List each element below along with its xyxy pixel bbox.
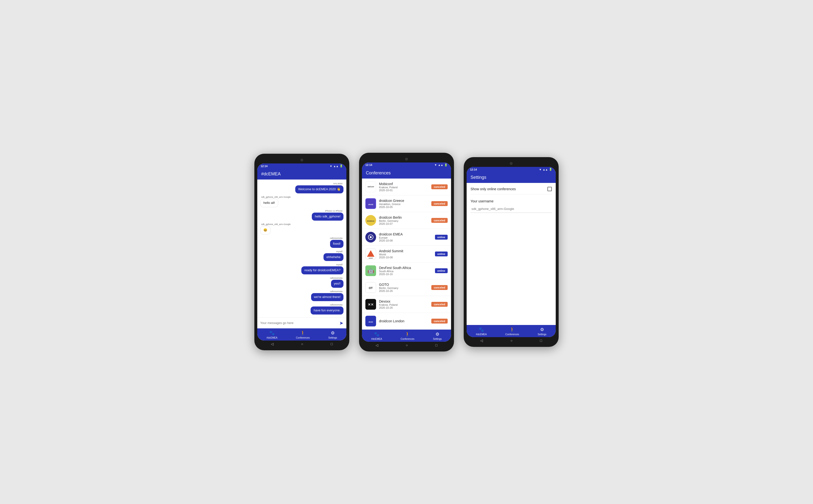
conf-badge-droidcon-london: canceled (431, 319, 448, 324)
svg-text:droid: droid (368, 203, 373, 206)
conf-logo-goto: OT (365, 282, 376, 293)
camera-dot-settings (510, 162, 513, 165)
conf-badge-goto: canceled (431, 285, 448, 290)
msg-sender-9: cafonsomota (329, 290, 343, 293)
conf-info-devoxx: Devoxx Krakow, Poland 2020-10-26 (379, 299, 429, 309)
msg-sender-3: iPhone 11-iPhone (324, 210, 343, 212)
status-bar-settings: 12:14 ▼ ▲▲ 🔋 (467, 167, 556, 172)
nav-conferences-label-settings: Conferences (505, 333, 519, 336)
settings-content: Show only online conferences Your userna… (467, 183, 556, 325)
bottom-nav-chat: 🐾 #dcEMEA 🚶 Conferences ⚙ Settings (257, 328, 346, 341)
conf-item-android-summit[interactable]: summit Android Summit World 2020-10-08 o… (362, 246, 451, 262)
conf-item-droidcon-berlin[interactable]: droidcon droidcon Berlin Berlin, Germany… (362, 212, 451, 229)
nav-dchemea-chat[interactable]: 🐾 #dcEMEA (266, 330, 277, 339)
hw-recents-chat[interactable]: □ (330, 342, 332, 346)
hw-back-settings[interactable]: ◁ (480, 339, 483, 342)
nav-settings-icon-settings: ⚙ (540, 327, 544, 332)
conf-info-goto: GOTO Berlin, Germany 2020-10-26 (379, 283, 429, 292)
msg-bubble-4: 😀 (260, 226, 270, 234)
conf-item-devfest[interactable]: 🤖 DevFest South Africa South Africa 2020… (362, 262, 451, 279)
msg-bubble-3: hello sdk_gphone! (312, 213, 343, 221)
svg-point-6 (370, 236, 372, 238)
nav-conferences-icon-chat: 🚶 (300, 330, 305, 336)
status-icons-conf: ▼ ▲▲ 🔋 (434, 163, 448, 167)
online-only-label: Show only online conferences (471, 187, 516, 191)
msg-group-7: myself ready for droidconEMEA? (260, 263, 343, 274)
conf-item-devoxx[interactable]: ✕✕ Devoxx Krakow, Poland 2020-10-26 canc… (362, 296, 451, 313)
online-only-checkbox[interactable] (548, 187, 552, 191)
conf-info-mobiconf: Mobiconf Krakow, Poland 2020-10-01 (379, 182, 429, 192)
conf-name-droidcon-berlin: droidcon Berlin (379, 216, 429, 219)
conf-location-android-summit: World (379, 253, 432, 256)
nav-settings-conf[interactable]: ⚙ Settings (433, 332, 442, 340)
nav-dchemea-icon-settings: 🐾 (479, 327, 484, 332)
nav-dchemea-label-chat: #dcEMEA (266, 336, 277, 339)
nav-settings-icon-conf: ⚙ (436, 332, 440, 337)
username-input[interactable] (471, 205, 552, 213)
status-bar-conf: 12:14 ▼ ▲▲ 🔋 (362, 162, 451, 168)
settings-content-wrap: Show only online conferences Your userna… (467, 183, 556, 325)
conf-date-devfest: 2020-10-16 (379, 273, 432, 276)
nav-dchemea-conf[interactable]: 🐾 #dcEMEA (371, 332, 382, 340)
conf-item-goto[interactable]: OT GOTO Berlin, Germany 2020-10-26 cance… (362, 279, 451, 296)
conf-logo-devoxx: ✕✕ (365, 299, 376, 310)
nav-conferences-label-chat: Conferences (296, 336, 310, 339)
nav-settings-chat[interactable]: ⚙ Settings (328, 330, 337, 339)
nav-conferences-settings[interactable]: 🚶 Conferences (505, 327, 519, 336)
nav-conferences-icon-settings: 🚶 (510, 327, 515, 332)
conf-badge-droidcon-berlin: canceled (431, 218, 448, 223)
nav-dchemea-icon-chat: 🐾 (269, 330, 274, 336)
battery-icon: 🔋 (339, 164, 343, 168)
hw-back-conf[interactable]: ◁ (375, 343, 378, 347)
conf-info-droidcon-london: droidcon London (379, 319, 429, 323)
conf-badge-devfest: online (435, 268, 448, 273)
camera-dot-conf (405, 158, 408, 161)
hw-nav-settings: ◁ ○ □ (467, 337, 556, 344)
nav-dchemea-label-conf: #dcEMEA (371, 338, 382, 340)
conf-item-droidcon-emea[interactable]: droidcon EMEA Europe 2020-10-08 online (362, 229, 451, 246)
conf-item-droidcon-greece[interactable]: droid droidcon Greece Heraklion, Greece … (362, 195, 451, 212)
conf-logo-droidcon-london: droid (365, 316, 376, 326)
conf-info-devfest: DevFest South Africa South Africa 2020-1… (379, 266, 432, 276)
conf-item-droidcon-london[interactable]: droid droidcon London canceled (362, 313, 451, 330)
hw-recents-conf[interactable]: □ (435, 343, 437, 347)
chat-input[interactable] (260, 321, 337, 325)
wifi-icon: ▼ (329, 165, 332, 168)
hw-home-conf[interactable]: ○ (406, 343, 408, 347)
conf-info-droidcon-greece: droidcon Greece Heraklion, Greece 2020-1… (379, 199, 429, 208)
hw-nav-conf: ◁ ○ □ (362, 342, 451, 349)
msg-sender-1: HAL9000 (332, 182, 343, 185)
chat-header: #dcEMEA (257, 169, 346, 180)
nav-settings-settings[interactable]: ⚙ Settings (538, 327, 547, 336)
status-bar-chat: 12:14 ▼ ▲▲ 🔋 (257, 163, 346, 169)
msg-bubble-6: ehhehehe (323, 253, 343, 261)
hw-recents-settings[interactable]: □ (540, 339, 542, 342)
signal-icon: ▲▲ (333, 165, 338, 168)
nav-conferences-chat[interactable]: 🚶 Conferences (296, 330, 310, 339)
chat-content: HAL9000 Welcome to dcEMEA 2020 👋 sdk_gph… (257, 180, 346, 328)
hw-back-chat[interactable]: ◁ (271, 342, 273, 346)
hw-home-chat[interactable]: ○ (301, 342, 303, 346)
conf-item-mobiconf[interactable]: Mobiconf Krakow, Poland 2020-10-01 cance… (362, 179, 451, 195)
bottom-nav-settings: 🐾 #dcEMEA 🚶 Conferences ⚙ Settings (467, 325, 556, 337)
msg-group-9: cafonsomota we're almost there! (260, 290, 343, 301)
wifi-icon-settings: ▼ (539, 168, 542, 171)
msg-sender-7: myself (335, 263, 343, 266)
conf-info-android-summit: Android Summit World 2020-10-08 (379, 249, 432, 259)
msg-sender-4: sdk_gphone_x86_arm-Google (260, 223, 291, 225)
online-only-row: Show only online conferences (471, 187, 552, 194)
msg-sender-5: cafonsomota (329, 237, 343, 239)
nav-settings-icon-chat: ⚙ (331, 330, 335, 336)
conf-content: Mobiconf Krakow, Poland 2020-10-01 cance… (362, 179, 451, 330)
send-button[interactable]: ➤ (339, 320, 343, 326)
conf-name-droidcon-greece: droidcon Greece (379, 199, 429, 203)
camera-dot-chat (300, 159, 303, 162)
status-icons-chat: ▼ ▲▲ 🔋 (329, 164, 343, 168)
hw-home-settings[interactable]: ○ (511, 339, 513, 342)
nav-conferences-conf[interactable]: 🚶 Conferences (400, 332, 415, 340)
nav-dchemea-settings[interactable]: 🐾 #dcEMEA (476, 327, 487, 336)
conf-date-goto: 2020-10-26 (379, 289, 429, 292)
conf-date-droidcon-berlin: 2020-10-07 (379, 222, 429, 225)
conf-name-android-summit: Android Summit (379, 249, 432, 253)
conf-name-devfest: DevFest South Africa (379, 266, 432, 270)
